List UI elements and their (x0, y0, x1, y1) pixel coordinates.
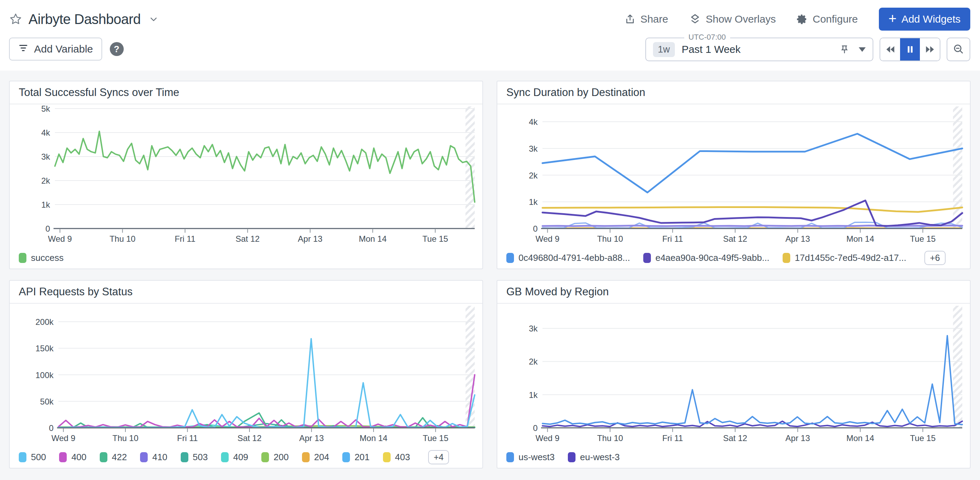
playback-controls (880, 38, 940, 61)
range-dropdown-caret[interactable] (859, 47, 865, 52)
zoom-out-icon (953, 43, 964, 56)
svg-text:Mon 14: Mon 14 (846, 434, 874, 443)
chart-legend: 500400422410503409200204201403+4 (10, 449, 482, 465)
legend-label: e4aea90a-90ca-49f5-9abb... (655, 252, 769, 263)
legend-item[interactable]: eu-west-3 (568, 452, 620, 462)
legend-swatch (261, 452, 269, 462)
svg-text:Wed 9: Wed 9 (48, 234, 72, 244)
svg-text:2k: 2k (41, 176, 50, 185)
legend-item[interactable]: us-west3 (506, 452, 555, 462)
legend-item[interactable]: 204 (302, 452, 329, 462)
widget-header[interactable]: Total Successful Syncs over Time (10, 81, 482, 104)
legend-item[interactable]: 500 (19, 452, 46, 462)
svg-text:Mon 14: Mon 14 (846, 234, 874, 244)
svg-text:4k: 4k (529, 117, 538, 127)
chart-legend: success (10, 250, 482, 266)
widget-header[interactable]: GB Moved by Region (497, 281, 970, 304)
timezone-label: UTC-07:00 (684, 33, 730, 42)
legend-item[interactable]: 201 (342, 452, 369, 462)
svg-text:Wed 9: Wed 9 (536, 434, 560, 443)
legend-item[interactable]: 403 (383, 452, 410, 462)
add-variable-button[interactable]: Add Variable (9, 38, 102, 61)
legend-label: 403 (395, 452, 410, 462)
chart-legend: 0c49680d-4791-4ebb-a88...e4aea90a-90ca-4… (497, 250, 970, 266)
filter-icon (18, 43, 29, 56)
dashboard-title-group: Airbyte Dashboard (9, 11, 159, 27)
svg-text:Apr 13: Apr 13 (299, 434, 324, 443)
legend-swatch (506, 452, 514, 462)
legend-swatch (302, 452, 310, 462)
legend-label: success (31, 252, 64, 263)
share-button[interactable]: Share (625, 13, 668, 25)
svg-text:0: 0 (533, 423, 538, 433)
svg-text:Wed 9: Wed 9 (51, 434, 75, 443)
widget-title: GB Moved by Region (506, 285, 609, 298)
svg-text:3k: 3k (529, 144, 538, 153)
legend-swatch (568, 452, 576, 462)
legend-item[interactable]: 503 (181, 452, 208, 462)
pause-button[interactable] (900, 38, 920, 61)
svg-text:1k: 1k (529, 390, 538, 400)
legend-label: 201 (355, 452, 369, 462)
legend-label: us-west3 (519, 452, 555, 462)
legend-swatch (643, 253, 651, 263)
svg-text:Apr 13: Apr 13 (785, 234, 810, 244)
show-overlays-button[interactable]: Show Overlays (689, 13, 776, 25)
widget-header[interactable]: Sync Duration by Destination (497, 81, 970, 104)
widget-sync-duration: Sync Duration by Destination 01k2k3k4kWe… (496, 81, 970, 269)
svg-text:Thu 10: Thu 10 (597, 434, 623, 443)
svg-text:3k: 3k (529, 324, 538, 333)
legend-label: 410 (152, 452, 167, 462)
help-icon[interactable]: ? (110, 42, 124, 56)
legend-swatch (506, 253, 514, 263)
widget-header[interactable]: API Requests by Status (10, 281, 482, 304)
svg-text:3k: 3k (41, 152, 50, 161)
zoom-out-button[interactable] (947, 38, 970, 61)
legend-item[interactable]: success (19, 252, 64, 263)
chart-canvas-sync-duration[interactable]: 01k2k3k4kWed 9Thu 10Fri 11Sat 12Apr 13Mo… (497, 104, 970, 248)
legend-swatch (783, 253, 790, 263)
legend-label: eu-west-3 (580, 452, 620, 462)
chart-canvas-api-requests[interactable]: 050k100k150k200kWed 9Thu 10Fri 11Sat 12A… (10, 304, 482, 448)
title-chevron-down-icon[interactable] (148, 14, 159, 24)
configure-button[interactable]: Configure (797, 13, 858, 25)
legend-item[interactable]: 17d1455c-7ed5-49d2-a17... (783, 252, 906, 263)
legend-item[interactable]: 410 (140, 452, 167, 462)
fast-forward-button[interactable] (920, 38, 940, 61)
legend-label: 422 (112, 452, 127, 462)
widget-gb-moved: GB Moved by Region 01k2k3kWed 9Thu 10Fri… (496, 280, 970, 469)
legend-label: 204 (314, 452, 329, 462)
svg-text:Wed 9: Wed 9 (536, 234, 560, 244)
share-icon (625, 14, 636, 25)
chart-canvas-gb-moved[interactable]: 01k2k3kWed 9Thu 10Fri 11Sat 12Apr 13Mon … (497, 304, 970, 448)
legend-more-chip[interactable]: +6 (924, 251, 946, 265)
legend-swatch (100, 452, 107, 462)
legend-label: 503 (193, 452, 208, 462)
legend-label: 400 (71, 452, 86, 462)
legend-item[interactable]: 200 (261, 452, 288, 462)
legend-swatch (19, 452, 26, 462)
svg-text:Sat 12: Sat 12 (235, 234, 259, 244)
widget-grid: Total Successful Syncs over Time 01k2k3k… (0, 70, 980, 469)
legend-item[interactable]: e4aea90a-90ca-49f5-9abb... (643, 252, 769, 263)
favorite-star-icon[interactable] (9, 13, 22, 26)
pin-icon[interactable] (839, 44, 850, 54)
legend-label: 409 (233, 452, 248, 462)
add-widgets-button[interactable]: + Add Widgets (879, 8, 970, 30)
legend-item[interactable]: 400 (59, 452, 86, 462)
svg-text:Fri 11: Fri 11 (175, 234, 196, 244)
title-row: Airbyte Dashboard Share (9, 6, 970, 33)
chart-canvas-total-syncs[interactable]: 01k2k3k4k5kWed 9Thu 10Fri 11Sat 12Apr 13… (10, 104, 482, 248)
legend-item[interactable]: 409 (221, 452, 248, 462)
overlays-icon (689, 13, 701, 25)
toolbar-row: Add Variable ? UTC-07:00 1w Past 1 Week (9, 38, 970, 61)
rewind-button[interactable] (880, 38, 900, 61)
legend-item[interactable]: 0c49680d-4791-4ebb-a88... (506, 252, 630, 263)
svg-text:Tue 15: Tue 15 (910, 434, 936, 443)
time-range-picker[interactable]: UTC-07:00 1w Past 1 Week (645, 38, 873, 61)
svg-text:Thu 10: Thu 10 (597, 234, 623, 244)
legend-item[interactable]: 422 (100, 452, 127, 462)
svg-text:Tue 15: Tue 15 (423, 234, 448, 244)
legend-more-chip[interactable]: +4 (428, 450, 449, 464)
svg-text:Thu 10: Thu 10 (113, 434, 138, 443)
